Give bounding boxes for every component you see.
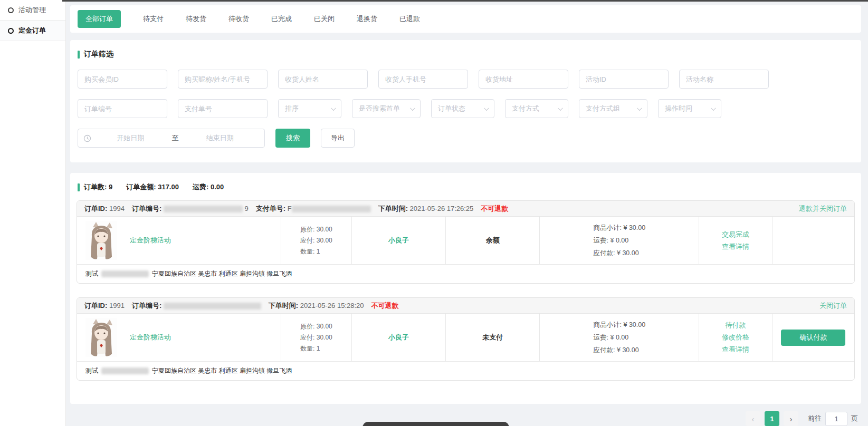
- receiver-prefix: 测试: [85, 366, 98, 375]
- search-button[interactable]: 搜索: [275, 129, 310, 148]
- chevron-down-icon: [558, 105, 563, 111]
- operation-time-select[interactable]: 操作时间: [658, 99, 721, 118]
- order-header: 订单ID: 1994 订单编号: 9 支付单号: F 下单时间: 2021-05…: [77, 201, 854, 217]
- order-count: 订单数: 9: [84, 182, 112, 192]
- buyer-cell[interactable]: 小良子: [351, 217, 445, 264]
- tab-pending-payment[interactable]: 待支付: [143, 14, 164, 24]
- sidebar-item-deposit-orders[interactable]: 定金订单: [0, 21, 65, 41]
- buyer-nickname-input[interactable]: [178, 70, 268, 89]
- title-accent-bar: [78, 51, 80, 59]
- totals-cell: 商品小计: ¥ 30.00 运费: ¥ 0.00 应付款: ¥ 30.00: [539, 217, 699, 264]
- pending-payment-link[interactable]: 待付款: [726, 321, 746, 330]
- product-avatar: [85, 318, 117, 357]
- prev-page-button[interactable]: ‹: [746, 411, 760, 426]
- action-cell: 确认付款: [772, 314, 854, 361]
- main-content: 全部订单 待支付 待发货 待收货 已完成 已关闭 退换货 已退款 订单筛选 排序: [66, 0, 868, 426]
- order-card-1994: 订单ID: 1994 订单编号: 9 支付单号: F 下单时间: 2021-05…: [77, 200, 855, 284]
- filter-row-3: 开始日期 至 结束日期 搜索 导出: [78, 129, 854, 148]
- product-cell: 定金阶梯活动: [77, 217, 281, 264]
- order-id-value: 1991: [109, 302, 125, 309]
- product-avatar: [85, 221, 117, 260]
- summary-accent-bar: [78, 183, 80, 191]
- sidebar-item-activity-management[interactable]: 活动管理: [0, 0, 65, 21]
- order-status-select[interactable]: 订单状态: [431, 99, 494, 118]
- buyer-cell[interactable]: 小良子: [351, 314, 445, 361]
- tab-refunded[interactable]: 已退款: [399, 14, 420, 24]
- order-no-suffix: 9: [244, 205, 248, 212]
- filter-title-text: 订单筛选: [84, 50, 113, 59]
- payment-method-select[interactable]: 支付方式: [505, 99, 568, 118]
- status-links-cell: 交易完成 查看详情: [699, 217, 771, 264]
- tab-return-exchange[interactable]: 退换货: [357, 14, 377, 24]
- bottom-overlay-pill: [363, 422, 509, 426]
- receiver-address: 宁夏回族自治区 吴忠市 利通区 扁担沟镇 撒旦飞洒: [152, 269, 292, 278]
- order-time-value: 2021-05-26 15:28:20: [300, 302, 364, 309]
- confirm-payment-button[interactable]: 确认付款: [781, 330, 845, 346]
- order-footer: 测试 宁夏回族自治区 吴忠市 利通区 扁担沟镇 撒旦飞洒: [77, 264, 854, 283]
- order-status-tabs: 全部订单 待支付 待发货 待收货 已完成 已关闭 退换货 已退款: [70, 5, 861, 33]
- payment-method-group-select[interactable]: 支付方式组: [579, 99, 647, 118]
- end-date-placeholder: 结束日期: [181, 133, 260, 143]
- product-cell: 定金阶梯活动: [77, 314, 281, 361]
- circle-icon: [8, 28, 14, 34]
- page-1-button[interactable]: 1: [765, 411, 779, 426]
- payment-method-cell: 余额: [445, 217, 539, 264]
- tab-closed[interactable]: 已关闭: [314, 14, 335, 24]
- pay-no-redacted: [292, 206, 371, 212]
- receiver-address-input[interactable]: [479, 70, 568, 89]
- sort-select[interactable]: 排序: [278, 99, 341, 118]
- order-amount: 订单金额: 317.00: [126, 182, 179, 192]
- payment-method-select-placeholder: 支付方式: [512, 104, 539, 113]
- buyer-member-id-input[interactable]: [78, 70, 167, 89]
- order-time-label: 下单时间:: [378, 205, 408, 212]
- receiver-prefix: 测试: [85, 269, 98, 278]
- view-details-link[interactable]: 查看详情: [722, 345, 749, 354]
- order-freight: 运费: 0.00: [193, 182, 224, 192]
- order-time-label: 下单时间:: [269, 302, 298, 309]
- payment-method: 余额: [486, 236, 500, 245]
- trade-complete-link[interactable]: 交易完成: [722, 230, 749, 239]
- totals-cell: 商品小计: ¥ 30.00 运费: ¥ 0.00 应付款: ¥ 30.00: [539, 314, 699, 361]
- order-time-value: 2021-05-26 17:26:25: [410, 205, 474, 212]
- receiver-phone-input[interactable]: [378, 70, 468, 89]
- product-name-link[interactable]: 定金阶梯活动: [130, 236, 171, 245]
- order-filter-panel: 订单筛选 排序 是否搜索首单 订单状态: [70, 40, 861, 162]
- first-order-select[interactable]: 是否搜索首单: [352, 99, 421, 118]
- date-range-picker[interactable]: 开始日期 至 结束日期: [78, 129, 265, 148]
- payment-number-input[interactable]: [178, 99, 268, 118]
- product-name-link[interactable]: 定金阶梯活动: [130, 333, 171, 342]
- tab-pending-shipment[interactable]: 待发货: [186, 14, 206, 24]
- action-cell: [772, 217, 854, 264]
- start-date-placeholder: 开始日期: [91, 133, 170, 143]
- tab-completed[interactable]: 已完成: [271, 14, 292, 24]
- order-footer: 测试 宁夏回族自治区 吴忠市 利通区 扁担沟镇 撒旦飞洒: [77, 361, 854, 380]
- receiver-name-redacted: [101, 270, 149, 277]
- activity-id-input[interactable]: [579, 70, 669, 89]
- pay-no-prefix: F: [288, 205, 292, 212]
- modify-price-link[interactable]: 修改价格: [722, 333, 749, 342]
- order-status-select-placeholder: 订单状态: [438, 104, 465, 113]
- operation-time-placeholder: 操作时间: [665, 104, 692, 113]
- view-details-link[interactable]: 查看详情: [722, 242, 749, 251]
- tab-all-orders[interactable]: 全部订单: [78, 10, 121, 28]
- pay-no-label: 支付单号:: [256, 205, 285, 212]
- order-body: 定金阶梯活动 原价: 30.00 应付: 30.00 数量: 1 小良子 未支付: [77, 314, 854, 361]
- status-links-cell: 待付款 修改价格 查看详情: [699, 314, 771, 361]
- close-order-link[interactable]: 关闭订单: [819, 301, 847, 311]
- export-button[interactable]: 导出: [321, 129, 355, 148]
- chevron-down-icon: [637, 105, 642, 111]
- tab-pending-receipt[interactable]: 待收货: [228, 14, 249, 24]
- next-page-button[interactable]: ›: [784, 411, 798, 426]
- refund-and-close-order-link[interactable]: 退款并关闭订单: [799, 204, 847, 214]
- filter-row-1: [78, 70, 854, 89]
- goto-page-input[interactable]: [825, 412, 847, 426]
- order-no-label: 订单编号:: [132, 205, 161, 212]
- receiver-name-input[interactable]: [278, 70, 368, 89]
- circle-icon: [8, 7, 14, 13]
- order-number-input[interactable]: [78, 99, 167, 118]
- payment-method-group-placeholder: 支付方式组: [586, 104, 620, 113]
- order-id-label: 订单ID:: [84, 302, 107, 309]
- buyer-nickname: 小良子: [388, 333, 409, 342]
- activity-name-input[interactable]: [679, 70, 769, 89]
- filter-row-2: 排序 是否搜索首单 订单状态 支付方式 支付方式组 操作时间: [78, 99, 854, 118]
